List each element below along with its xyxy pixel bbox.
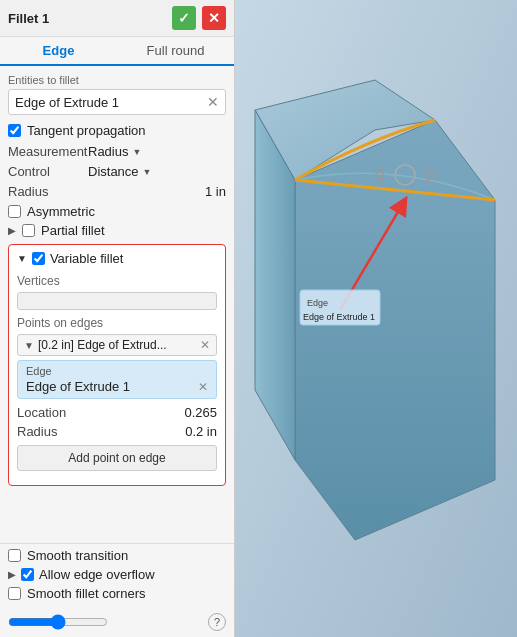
measurement-value: Radius [88, 144, 128, 159]
title-bar: Fillet 1 ✓ ✕ [0, 0, 234, 37]
slider-row: ? [0, 609, 234, 637]
add-point-button[interactable]: Add point on edge [17, 445, 217, 471]
entities-close-icon[interactable]: ✕ [207, 94, 219, 110]
measurement-select[interactable]: Radius ▼ [88, 144, 141, 159]
vf-radius-row: Radius 0.2 in [17, 424, 217, 439]
panel-content: Entities to fillet Edge of Extrude 1 ✕ T… [0, 66, 234, 543]
vf-radius-label: Radius [17, 424, 185, 439]
entities-box[interactable]: Edge of Extrude 1 ✕ [8, 89, 226, 115]
tab-full-round[interactable]: Full round [117, 37, 234, 66]
points-on-edges-label: Points on edges [17, 316, 217, 330]
smooth-fillet-corners-label: Smooth fillet corners [27, 586, 146, 601]
smooth-transition-checkbox[interactable] [8, 549, 21, 562]
3d-canvas: Edge Edge of Extrude 1 [235, 0, 517, 637]
location-row: Location 0.265 [17, 405, 217, 420]
cancel-button[interactable]: ✕ [202, 6, 226, 30]
measurement-row: Measurement Radius ▼ [8, 144, 226, 159]
measurement-label: Measurement [8, 144, 88, 159]
variable-fillet-expand-icon: ▼ [17, 253, 27, 264]
allow-edge-overflow-label: Allow edge overflow [39, 567, 155, 582]
allow-edge-overflow-arrow-icon[interactable]: ▶ [8, 569, 16, 580]
smooth-fillet-corners-row: Smooth fillet corners [8, 586, 226, 601]
vf-radius-value: 0.2 in [185, 424, 217, 439]
svg-text:Edge: Edge [307, 298, 328, 308]
control-select[interactable]: Distance ▼ [88, 164, 152, 179]
location-label: Location [17, 405, 184, 420]
bottom-options: Smooth transition ▶ Allow edge overflow … [0, 543, 234, 609]
tabs-bar: Edge Full round [0, 37, 234, 66]
partial-fillet-arrow-icon[interactable]: ▶ [8, 225, 16, 236]
edge-subbox-value: Edge of Extrude 1 [26, 379, 198, 394]
edge-subbox-label: Edge [26, 365, 208, 377]
radius-row: Radius 1 in [8, 184, 226, 199]
variable-fillet-label: Variable fillet [50, 251, 123, 266]
measurement-arrow-icon: ▼ [132, 147, 141, 157]
asymmetric-checkbox[interactable] [8, 205, 21, 218]
3d-view-svg: Edge Edge of Extrude 1 [235, 0, 517, 637]
variable-fillet-checkbox[interactable] [32, 252, 45, 265]
points-on-edges-section: Points on edges ▼ [0.2 in] Edge of Extru… [17, 316, 217, 471]
control-arrow-icon: ▼ [143, 167, 152, 177]
entities-label: Entities to fillet [8, 74, 226, 86]
smooth-fillet-corners-checkbox[interactable] [8, 587, 21, 600]
control-row: Control Distance ▼ [8, 164, 226, 179]
smooth-transition-row: Smooth transition [8, 548, 226, 563]
confirm-button[interactable]: ✓ [172, 6, 196, 30]
variable-fillet-header[interactable]: ▼ Variable fillet [9, 245, 225, 272]
edge-subbox: Edge Edge of Extrude 1 ✕ [17, 360, 217, 399]
left-panel: Fillet 1 ✓ ✕ Edge Full round Entities to… [0, 0, 235, 637]
partial-fillet-row: ▶ Partial fillet [8, 223, 226, 238]
slider-input[interactable] [8, 614, 108, 630]
partial-fillet-checkbox[interactable] [22, 224, 35, 237]
radius-label: Radius [8, 184, 205, 199]
variable-fillet-body: Vertices Points on edges ▼ [0.2 in] Edge… [9, 272, 225, 485]
allow-edge-overflow-row: ▶ Allow edge overflow [8, 567, 226, 582]
help-icon[interactable]: ? [208, 613, 226, 631]
vertices-label: Vertices [17, 272, 217, 288]
vf-point-close-icon[interactable]: ✕ [200, 338, 210, 352]
location-value: 0.265 [184, 405, 217, 420]
partial-fillet-label: Partial fillet [41, 223, 105, 238]
asymmetric-row: Asymmetric [8, 204, 226, 219]
allow-edge-overflow-checkbox[interactable] [21, 568, 34, 581]
svg-text:Edge of Extrude 1: Edge of Extrude 1 [303, 312, 375, 322]
radius-value: 1 in [205, 184, 226, 199]
title-buttons: ✓ ✕ [172, 6, 226, 30]
vf-point-row: ▼ [0.2 in] Edge of Extrud... ✕ [17, 334, 217, 356]
tangent-propagation-row: Tangent propagation [8, 123, 226, 138]
panel-title: Fillet 1 [8, 11, 49, 26]
entities-value: Edge of Extrude 1 [15, 95, 203, 110]
tangent-propagation-label: Tangent propagation [27, 123, 146, 138]
tangent-propagation-checkbox[interactable] [8, 124, 21, 137]
right-panel: Edge Edge of Extrude 1 [235, 0, 517, 637]
edge-subbox-close-icon[interactable]: ✕ [198, 380, 208, 394]
variable-fillet-section: ▼ Variable fillet Vertices Points on edg… [8, 244, 226, 486]
vf-point-expand-icon[interactable]: ▼ [24, 340, 34, 351]
smooth-transition-label: Smooth transition [27, 548, 128, 563]
control-value: Distance [88, 164, 139, 179]
asymmetric-label: Asymmetric [27, 204, 95, 219]
edge-subbox-row: Edge of Extrude 1 ✕ [26, 379, 208, 394]
vf-point-text: [0.2 in] Edge of Extrud... [38, 338, 196, 352]
control-label: Control [8, 164, 88, 179]
tab-edge[interactable]: Edge [0, 37, 117, 66]
